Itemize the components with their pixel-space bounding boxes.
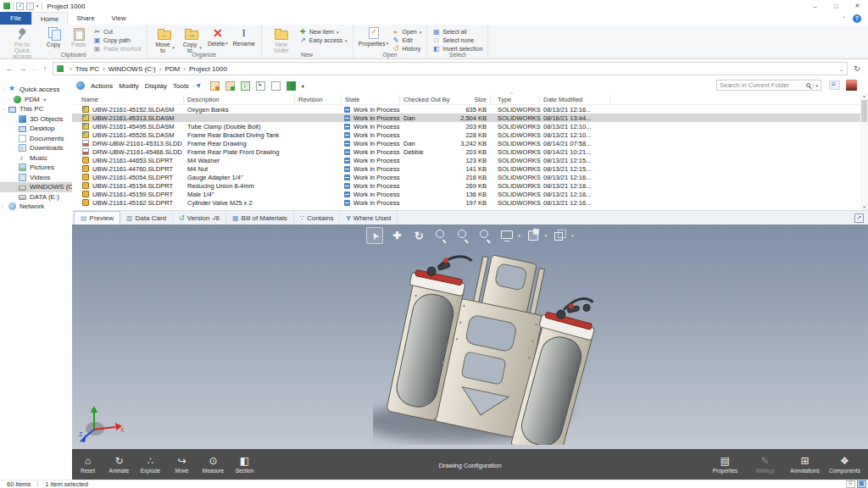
file-row[interactable]: UBW-21161-45154.SLDPRT Reducing Union 6-… (72, 181, 860, 190)
view-orientation-icon[interactable] (552, 227, 569, 244)
select-tool-icon[interactable] (366, 227, 383, 244)
back-button[interactable]: ← (3, 64, 15, 73)
preview-tab[interactable]: Bill of Materials (226, 211, 294, 225)
sidebar-item[interactable]: Downloads (0, 143, 72, 153)
search-options-icon[interactable] (829, 80, 840, 90)
forward-button[interactable]: → (17, 64, 29, 73)
file-row[interactable]: UBW-21161-44653.SLDPRT M4 Washer Work in… (72, 156, 860, 164)
pdm-menu-item[interactable]: Actions (91, 82, 113, 90)
expand-chevron-icon[interactable]: ⌄ (2, 86, 5, 92)
file-row[interactable]: DRW-UBW-21161-45466.SLDDRW Frame Rear Pl… (72, 147, 860, 156)
sidebar-item[interactable]: WINDOWS (C:) (0, 182, 72, 192)
dropdown-icon[interactable]: ▾ (571, 233, 574, 238)
file-row[interactable]: UBW-21161-45526.SLDASM Frame Rear Bracke… (72, 130, 860, 139)
new-file-icon[interactable] (271, 81, 281, 91)
quick-access-toolbar-icon-1[interactable] (16, 3, 24, 10)
collapse-ribbon-icon[interactable]: ⌃ (842, 15, 846, 21)
user-avatar[interactable] (846, 80, 857, 91)
column-header-state[interactable]: State (345, 96, 360, 103)
viewer-button[interactable]: Explode (135, 449, 166, 480)
viewer-button[interactable]: Markup (745, 449, 785, 480)
preview-tab[interactable]: Data Card (120, 211, 173, 225)
refresh-icon[interactable]: ↻ (849, 64, 865, 73)
close-button[interactable]: ✕ (847, 0, 868, 12)
quick-access-toolbar-dropdown-icon[interactable]: ▾ (36, 3, 39, 8)
preview-tab[interactable]: Contains (294, 211, 341, 225)
breadcrumb-item[interactable]: PDM (156, 65, 180, 73)
pan-tool-icon[interactable] (388, 227, 405, 244)
edit-button[interactable]: ✎ Edit (392, 37, 422, 44)
dropdown-icon[interactable]: ▾ (545, 233, 548, 238)
easy-access-button[interactable]: ↗ Easy access ▾ (299, 37, 348, 44)
rename-button[interactable]: I Rename (232, 26, 256, 47)
thumbnail-view-icon[interactable] (857, 480, 866, 488)
breadcrumb-item[interactable]: Project 1000 (180, 65, 227, 73)
copy-path-button[interactable]: ▣ Copy path (93, 37, 142, 44)
pdm-menu-item[interactable]: Tools (173, 82, 189, 90)
viewer-button[interactable]: Section (229, 449, 260, 480)
viewer-button[interactable]: Properties (705, 449, 745, 480)
sidebar-item[interactable]: PDM ➤ (0, 95, 72, 105)
file-row[interactable]: UBW-21161-45054.SLDPRT Gauge Adapter 1/4… (72, 173, 860, 181)
scroll-down-icon[interactable]: ▼ (860, 205, 868, 209)
file-row[interactable]: UBW-21161-45159.SLDPRT Male 1/4" Work in… (72, 190, 860, 198)
check-in-icon[interactable] (225, 81, 235, 91)
quick-access-toolbar-icon-2[interactable] (26, 3, 34, 10)
minimize-button[interactable]: – (804, 0, 826, 12)
pdm-menu-item[interactable]: Display (145, 82, 167, 90)
file-row[interactable]: DRW-UBW-21161-45313.SLDDRW Frame Rear Dr… (72, 139, 860, 147)
address-dropdown-icon[interactable]: ⌄ (839, 66, 843, 72)
tab-view[interactable]: View (103, 12, 135, 25)
expand-preview-icon[interactable]: ↗ (854, 214, 864, 223)
help-icon[interactable]: ? (853, 14, 861, 23)
delete-button[interactable]: ✕ Delete▾ (207, 26, 229, 47)
expand-chevron-icon[interactable]: ⌄ (2, 106, 5, 111)
recent-locations-icon[interactable]: ⌄ (31, 66, 37, 71)
details-view-icon[interactable] (846, 480, 855, 488)
column-header-size[interactable]: Size (431, 96, 487, 103)
copy-file-icon[interactable] (256, 81, 265, 91)
sidebar-item[interactable]: Pictures (0, 163, 72, 173)
display-style-icon[interactable] (498, 227, 515, 244)
get-latest-version-icon[interactable] (241, 81, 250, 91)
vertical-scrollbar[interactable]: ▲ ▼ (860, 93, 868, 210)
sidebar-item[interactable]: DATA (E:) (0, 192, 72, 202)
search-input[interactable]: Search in Current Folder ▾ (716, 80, 821, 91)
address-bar[interactable]: This PCWINDOWS (C:)PDMProject 1000 ⌄ (53, 62, 848, 75)
properties-button[interactable]: Properties▾ (359, 26, 389, 47)
viewer-button[interactable]: Reset (72, 449, 103, 480)
pin-icon[interactable] (195, 81, 204, 91)
column-header-date-modified[interactable]: Date Modified (543, 96, 582, 103)
search-icon[interactable] (806, 83, 810, 87)
move-to-button[interactable]: ← Move to▾ (153, 26, 176, 54)
column-header-revision[interactable]: Revision (298, 96, 323, 103)
sidebar-item[interactable]: Music (0, 153, 72, 164)
sidebar-item[interactable]: Desktop (0, 124, 72, 134)
check-out-icon[interactable] (210, 81, 220, 91)
pdm-menu-item[interactable]: Modify (119, 82, 139, 90)
viewer-button[interactable]: Annotations (785, 449, 825, 480)
preview-tab[interactable]: Preview (74, 211, 120, 225)
zoom-tool-icon[interactable] (432, 227, 449, 244)
file-row[interactable]: UBW-21161-45495.SLDASM Tube Clamp (Doubl… (72, 122, 860, 130)
viewer-button[interactable]: Move (166, 449, 198, 480)
sidebar-item[interactable]: ⌄ Quick access (0, 85, 72, 95)
maximize-button[interactable]: □ (826, 0, 847, 12)
new-item-button[interactable]: ✚ New item ▾ (299, 29, 348, 36)
sidebar-item[interactable]: Documents (0, 134, 72, 144)
viewer-button[interactable]: Animate (103, 449, 135, 480)
up-button[interactable]: ↑ (39, 64, 51, 73)
vault-view-icon[interactable] (287, 81, 296, 91)
paste-button[interactable]: Paste (68, 26, 90, 48)
breadcrumb-item[interactable]: WINDOWS (C:) (99, 65, 156, 73)
file-row[interactable]: UBW-21161-44760.SLDPRT M4 Nut Work in Pr… (72, 164, 860, 173)
tab-share[interactable]: Share (68, 12, 103, 25)
sidebar-item[interactable]: 3D Objects (0, 114, 72, 125)
new-folder-button[interactable]: New folder (267, 26, 296, 54)
expand-chevron-icon[interactable]: › (2, 203, 3, 208)
sidebar-item[interactable]: ⌄ This PC (0, 104, 72, 114)
preview-tab[interactable]: Version -/6 (173, 211, 226, 225)
tab-home[interactable]: Home (31, 12, 68, 25)
viewer-button[interactable]: Measure (198, 449, 229, 480)
scroll-up-icon[interactable]: ▲ (860, 94, 868, 98)
